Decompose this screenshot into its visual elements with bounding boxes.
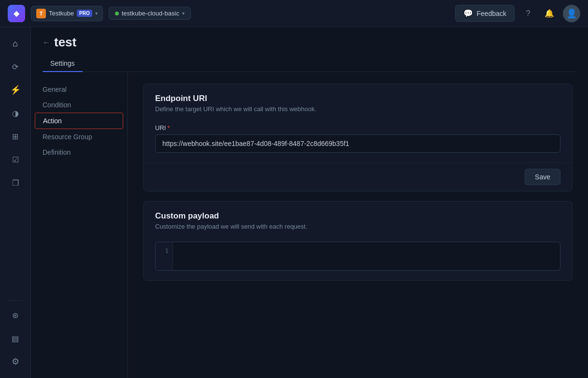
packages-icon: ❐ <box>12 178 19 188</box>
nav-item-general[interactable]: General <box>31 82 127 97</box>
sidebar-item-lightning[interactable]: ⚡ <box>5 79 26 101</box>
environment-name: testkube-cloud-basic <box>122 10 179 17</box>
custom-payload-section: Custom payload Customize the payload we … <box>143 201 573 281</box>
feedback-icon: 💬 <box>463 9 473 18</box>
page-title: test <box>54 35 76 50</box>
env-status-dot <box>115 12 119 15</box>
notifications-button[interactable]: 🔔 <box>542 6 557 21</box>
home-icon: ⌂ <box>13 39 18 49</box>
pro-badge: PRO <box>77 10 92 17</box>
triggers-icon: ⟳ <box>12 62 18 72</box>
sidebar-item-analytics[interactable]: ◑ <box>5 102 26 124</box>
right-content: Endpoint URI Define the target URI which… <box>128 72 588 378</box>
sidebar-item-triggers[interactable]: ⟳ <box>5 56 26 77</box>
feedback-label: Feedback <box>477 10 506 17</box>
code-content[interactable] <box>173 242 560 270</box>
back-row: ← test <box>43 35 576 50</box>
topbar: ◆ T Testkube PRO ▾ testkube-cloud-basic … <box>0 0 588 27</box>
logo[interactable]: ◆ <box>8 5 25 22</box>
sidebar-item-artifacts[interactable]: ⊞ <box>5 126 26 147</box>
save-button[interactable]: Save <box>525 169 560 185</box>
endpoint-uri-body: URI * <box>143 116 572 162</box>
documents-icon: ☑ <box>12 155 19 164</box>
custom-payload-header: Custom payload Customize the payload we … <box>143 202 572 234</box>
user-avatar[interactable]: 👤 <box>563 5 580 22</box>
bell-icon: 🔔 <box>545 9 554 18</box>
topbar-right: 💬 Feedback ? 🔔 👤 <box>455 5 580 22</box>
two-col-layout: General Condition Action Resource Group … <box>31 72 588 378</box>
workspace-selector[interactable]: T Testkube PRO ▾ <box>31 6 103 21</box>
avatar-placeholder: 👤 <box>566 8 577 19</box>
uri-field-label: URI * <box>155 124 560 131</box>
left-nav: General Condition Action Resource Group … <box>31 72 128 378</box>
workspace-name: Testkube <box>49 10 74 17</box>
nav-item-resource-group[interactable]: Resource Group <box>31 129 127 145</box>
tab-settings[interactable]: Settings <box>43 56 83 72</box>
endpoint-uri-section: Endpoint URI Define the target URI which… <box>143 84 573 191</box>
content-area: ← test Settings General Condition Act <box>31 27 588 378</box>
artifacts-icon: ⊞ <box>12 132 18 141</box>
sidebar-item-documents[interactable]: ☑ <box>5 149 26 170</box>
endpoint-uri-header: Endpoint URI Define the target URI which… <box>143 84 572 116</box>
back-button[interactable]: ← <box>43 38 50 47</box>
topbar-left: ◆ T Testkube PRO ▾ testkube-cloud-basic … <box>8 5 191 22</box>
sidebar-item-home[interactable]: ⌂ <box>5 33 26 54</box>
sidebar: ⌂ ⟳ ⚡ ◑ ⊞ ☑ ❐ ⊛ ▤ ⚙ <box>0 27 31 378</box>
uri-input[interactable] <box>155 134 560 153</box>
help-icon: ? <box>526 9 531 18</box>
custom-payload-body: 1 <box>143 234 572 280</box>
sidebar-item-settings[interactable]: ⚙ <box>5 351 26 372</box>
sidebar-item-packages[interactable]: ❐ <box>5 172 26 193</box>
feedback-button[interactable]: 💬 Feedback <box>455 5 515 22</box>
custom-payload-desc: Customize the payload we will send with … <box>155 223 560 230</box>
endpoint-uri-footer: Save <box>143 162 572 191</box>
line-numbers: 1 <box>156 242 173 270</box>
help-button[interactable]: ? <box>520 6 536 21</box>
endpoint-uri-desc: Define the target URI which we will call… <box>155 105 560 113</box>
settings-icon: ⚙ <box>12 356 19 367</box>
nav-item-definition[interactable]: Definition <box>31 145 127 160</box>
environment-selector[interactable]: testkube-cloud-basic ▾ <box>109 7 191 20</box>
page-header: ← test Settings <box>31 27 588 72</box>
tabs-row: Settings <box>43 56 576 72</box>
security-icon: ⊛ <box>12 311 18 320</box>
main-layout: ⌂ ⟳ ⚡ ◑ ⊞ ☑ ❐ ⊛ ▤ ⚙ <box>0 27 588 378</box>
env-chevron-icon: ▾ <box>182 11 185 16</box>
lightning-icon: ⚡ <box>10 85 21 95</box>
workspace-chevron-icon: ▾ <box>95 11 98 16</box>
line-number-1: 1 <box>159 247 169 254</box>
code-editor[interactable]: 1 <box>155 242 560 271</box>
sidebar-item-security[interactable]: ⊛ <box>5 305 26 326</box>
workspace-avatar: T <box>36 9 46 18</box>
analytics-icon: ◑ <box>12 109 19 118</box>
endpoint-uri-title: Endpoint URI <box>155 94 560 103</box>
uri-required-star: * <box>167 124 170 131</box>
nav-item-action[interactable]: Action <box>35 113 123 129</box>
database-icon: ▤ <box>12 334 19 343</box>
nav-item-condition[interactable]: Condition <box>31 97 127 113</box>
sidebar-item-database[interactable]: ▤ <box>5 328 26 349</box>
custom-payload-title: Custom payload <box>155 211 560 221</box>
sidebar-divider <box>8 300 23 301</box>
